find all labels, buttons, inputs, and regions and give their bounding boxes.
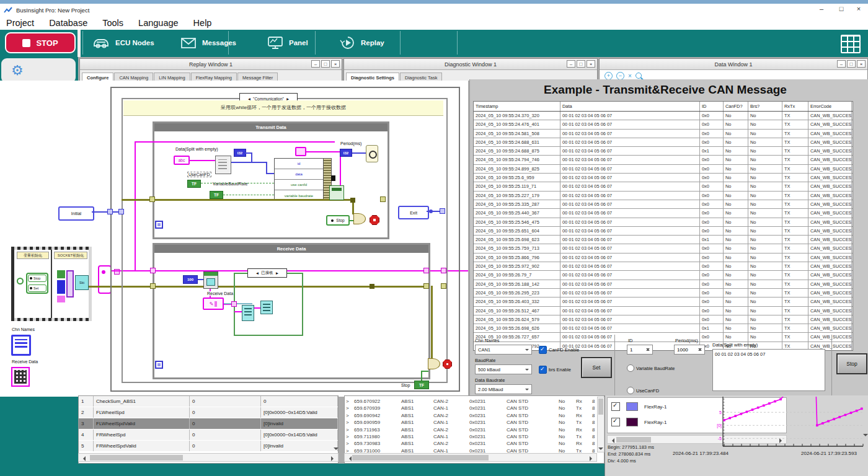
diagnostic-window-titlebar[interactable]: Diagnostic Window 1 – □ × [344, 59, 597, 70]
table-row[interactable]: 2024_05_10 09:55:25.651_60400 01 02 03 0… [474, 227, 852, 236]
trace-vscrollbar[interactable] [597, 397, 604, 452]
exit-enum-constant[interactable]: Exit [398, 206, 429, 219]
table-row[interactable]: 2024_05_10 09:55:26.727_65700 01 02 03 0… [474, 333, 852, 342]
zoom-out-icon[interactable]: − [616, 72, 624, 80]
use-canfd-checkbox[interactable] [627, 387, 634, 394]
stop-boolean-terminal[interactable]: Stop [326, 215, 350, 226]
table-row[interactable]: >659.730983ABS1CAN-20x0231CAN STDNoRx8 [345, 440, 604, 447]
table-row[interactable]: 2024_05_10 09:55:24.370_32000 01 02 03 0… [474, 112, 852, 120]
table-row[interactable]: 2024_05_10 09:55:24.476_40100 01 02 03 0… [474, 120, 852, 129]
channel-select[interactable]: CAN1 [475, 345, 532, 355]
scroll-down-icon[interactable] [334, 447, 339, 452]
menu-project[interactable]: Project [6, 18, 34, 28]
table-row[interactable]: 2024_05_10 09:55:26.295_22300 01 02 03 0… [474, 289, 852, 298]
table-row[interactable]: 5FRWheelSpdValid0[0]Invalid [79, 441, 338, 451]
table-row[interactable]: 2024_05_10 09:55:25.119_7100 01 02 03 04… [474, 182, 852, 191]
minimize-icon[interactable]: – [567, 60, 575, 68]
table-row[interactable]: 2024_05_10 09:55:24.688_87500 01 02 03 0… [474, 147, 852, 156]
table-row[interactable]: >659.711963ABS1CAN-20x0231CAN STDNoRx8 [345, 426, 604, 433]
data-window-titlebar[interactable]: Data Window 1 – □ × [600, 59, 867, 70]
minimize-icon[interactable]: – [311, 60, 320, 68]
table-row[interactable]: 2024_05_10 09:55:26.698_62600 01 02 03 0… [474, 324, 852, 333]
table-row[interactable]: 2024_05_10 09:55:25.972_90200 01 02 03 0… [474, 262, 852, 271]
initial-enum-constant[interactable]: Initial [58, 206, 94, 221]
messages-button[interactable]: Messages [180, 32, 236, 53]
table-row[interactable]: 2FLWheelSpd0[0]0x0000~0x14D5:Valid [79, 407, 338, 418]
zoom-in-icon[interactable]: + [604, 72, 613, 80]
inner-case-selector[interactable]: ◄已接收► [247, 268, 287, 278]
table-row[interactable]: 2024_05_10 09:55:25.759_71300 01 02 03 0… [474, 244, 852, 253]
variable-baudrate-checkbox[interactable] [627, 364, 634, 372]
table-row[interactable]: 2024_05_10 09:55:25.440_36700 01 02 03 0… [474, 209, 852, 218]
menu-database[interactable]: Database [49, 18, 87, 28]
table-row[interactable]: >659.690942ABS1CAN-20x0231CAN STDNoRx8 [345, 412, 604, 419]
clear-icon[interactable]: × [628, 73, 632, 79]
close-button[interactable]: × [852, 5, 866, 12]
restore-icon[interactable]: □ [847, 60, 856, 68]
table-row[interactable]: 2024_05_10 09:55:25.866_79600 01 02 03 0… [474, 253, 852, 262]
panel-button[interactable]: Panel [267, 32, 308, 53]
menu-language[interactable]: Language [138, 18, 179, 28]
table-row[interactable]: 2024_05_10 09:55:24.899_82500 01 02 03 0… [474, 165, 852, 174]
restore-icon[interactable]: □ [577, 60, 585, 68]
settings-button[interactable]: ⚙ [1, 58, 76, 83]
minimize-icon[interactable]: – [837, 60, 846, 68]
can-message-table[interactable]: TimestampDataIDCanFD?Brs?RxTxErrorCode 2… [473, 101, 853, 351]
table-row[interactable]: 2024_05_10 09:55:25.6_95900 01 02 03 04 … [474, 174, 852, 182]
table-row[interactable]: 2024_05_10 09:55:26.188_14200 01 02 03 0… [474, 280, 852, 289]
grid-view-icon[interactable] [841, 35, 861, 53]
stop-transmit-button[interactable]: Stop [836, 353, 867, 374]
close-icon[interactable]: × [587, 60, 595, 68]
table-row[interactable]: 2024_05_10 09:55:26.79_700 01 02 03 04 0… [474, 271, 852, 280]
trace-hscrollbar[interactable] [344, 453, 597, 462]
signal-hscrollbar[interactable] [78, 453, 339, 462]
minimize-button[interactable]: – [815, 5, 828, 12]
table-row[interactable]: >659.690959ABS1CAN-10x0231CAN STDNoTx8 [345, 419, 604, 426]
chart-end-label: End: 278060.834 ms [608, 451, 650, 457]
restore-icon[interactable]: □ [321, 60, 330, 68]
table-row[interactable]: 2024_05_10 09:55:24.794_74600 01 02 03 0… [474, 156, 852, 164]
maximize-button[interactable]: □ [835, 5, 848, 12]
data-input[interactable]: 00 01 02 03 04 05 06 07 [712, 349, 825, 391]
table-row[interactable]: 4FRWheelSpd0[0]0x0000~0x14D5:Valid [79, 430, 338, 440]
menu-help[interactable]: Help [193, 18, 212, 28]
period-spinner[interactable]: 1000 [674, 345, 705, 355]
table-row[interactable]: 2024_05_10 09:55:25.546_47500 01 02 03 0… [474, 218, 852, 227]
menu-tools[interactable]: Tools [102, 18, 123, 28]
table-row[interactable]: 2024_05_10 09:55:26.403_33200 01 02 03 0… [474, 298, 852, 306]
data-split-label: Data(Split with empty) [712, 342, 758, 348]
i32-terminal: I32 [340, 149, 352, 157]
scroll-down-icon[interactable] [598, 447, 603, 452]
replay-button[interactable]: Replay [340, 32, 384, 53]
table-row[interactable]: 2024_05_10 09:55:25.335_28700 01 02 03 0… [474, 200, 852, 209]
legend-checkbox[interactable] [611, 402, 620, 411]
scroll-down-icon[interactable] [863, 434, 868, 439]
tunnel [440, 208, 445, 214]
baudrate-select[interactable]: 500 kBaud [475, 364, 532, 374]
table-row[interactable]: 2024_05_10 09:55:25.698_62300 01 02 03 0… [474, 236, 852, 244]
table-row[interactable]: 1CheckSum_ABS100 [79, 396, 338, 407]
table-row[interactable]: 2024_05_10 09:55:26.512_46700 01 02 03 0… [474, 307, 852, 315]
id-spinner[interactable]: 1 [627, 345, 653, 355]
application-window: BusInsight Pro: New Project – □ × Projec… [0, 0, 868, 476]
table-row[interactable]: 2024_05_10 09:55:24.688_63100 01 02 03 0… [474, 138, 852, 147]
replay-window-titlebar[interactable]: Replay Window 1 – □ × [80, 59, 342, 70]
stop-capture-button[interactable]: STOP [5, 32, 76, 53]
ecu-nodes-button[interactable]: ECU Nodes [92, 32, 154, 53]
table-row[interactable]: >659.711980ABS1CAN-10x0231CAN STDNoTx8 [345, 433, 604, 440]
table-row[interactable]: 2024_05_10 09:55:26.624_57900 01 02 03 0… [474, 315, 852, 324]
table-row[interactable]: >659.670922ABS1CAN-20x0231CAN STDNoRx8 [345, 398, 604, 405]
legend-checkbox[interactable] [611, 418, 620, 426]
table-row[interactable]: 3FLWheelSpdValid0[0]Invalid [79, 418, 338, 429]
tunnel [423, 283, 429, 289]
set-button[interactable]: Set [581, 357, 612, 378]
table-row[interactable]: >659.670939ABS1CAN-10x0231CAN STDNoTx8 [345, 405, 604, 412]
close-icon[interactable]: × [857, 60, 866, 68]
canfd-enable-checkbox[interactable] [539, 346, 547, 354]
table-row[interactable]: 2024_05_10 09:55:24.581_50800 01 02 03 0… [474, 130, 852, 138]
brs-enable-checkbox[interactable] [539, 366, 547, 374]
search-icon[interactable] [636, 73, 642, 79]
data-baudrate-select[interactable]: 2.00 MBaud [475, 384, 532, 394]
close-icon[interactable]: × [331, 60, 340, 68]
table-row[interactable]: 2024_05_10 09:55:25.227_17900 01 02 03 0… [474, 192, 852, 200]
